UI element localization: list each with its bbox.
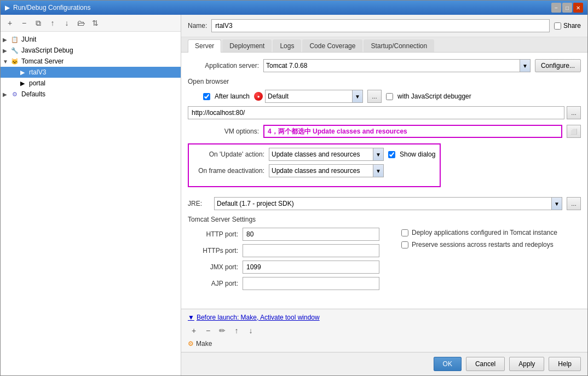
on-update-dropdown-arrow[interactable]: ▼ (373, 148, 384, 161)
tab-server[interactable]: Server (188, 39, 221, 53)
name-label: Name: (188, 22, 207, 30)
on-frame-input[interactable] (269, 164, 373, 177)
configure-button[interactable]: Configure... (535, 59, 581, 72)
http-port-row: HTTP port: (188, 228, 379, 241)
launch-add-button[interactable]: + (188, 325, 200, 337)
tree-item-portal[interactable]: ▶ portal (1, 78, 181, 89)
before-launch-label: Before launch: Make, Activate tool windo… (197, 314, 320, 321)
remove-configuration-button[interactable]: − (18, 17, 30, 29)
tree-label-portal: portal (29, 79, 45, 87)
app-server-label: Application server: (188, 62, 259, 70)
tomcat-server-settings: Tomcat Server Settings HTTP port: HTTPs … (188, 216, 581, 293)
window-title: Run/Debug Configurations (13, 4, 90, 11)
on-frame-dropdown-arrow[interactable]: ▼ (373, 164, 384, 177)
tree-item-tomcat[interactable]: ▼ 🐱 Tomcat Server (1, 56, 181, 67)
title-bar: ▶ Run/Debug Configurations − □ ✕ (1, 1, 587, 15)
tree-toggle-tomcat: ▼ (3, 59, 10, 65)
jre-input[interactable] (214, 197, 551, 210)
on-update-row: On 'Update' action: ▼ Show dialog (193, 148, 435, 161)
tree-item-junit[interactable]: ▶ 📋 JUnit (1, 34, 181, 45)
deploy-checkbox[interactable] (401, 229, 408, 236)
move-up-button[interactable]: ↑ (47, 17, 59, 29)
before-launch-toggle: ▼ (188, 314, 194, 321)
browser-input[interactable] (265, 90, 352, 103)
sort-button[interactable]: ⇅ (89, 17, 101, 29)
right-panel: Name: Share Server Deployment Logs Code … (181, 15, 587, 375)
launch-make-item: ⚙ Make (188, 340, 581, 348)
move-down-button[interactable]: ↓ (61, 17, 73, 29)
browser-browse-button[interactable]: … (367, 90, 382, 103)
left-panel: + − ⧉ ↑ ↓ 🗁 ⇅ ▶ 📋 JUnit ▶ 🔧 Ja (1, 15, 181, 375)
close-button[interactable]: ✕ (573, 3, 583, 13)
tree-label-rtalv3: rtalV3 (29, 68, 46, 76)
ok-button[interactable]: OK (434, 357, 462, 371)
cancel-button[interactable]: Cancel (466, 357, 505, 371)
tab-code-coverage[interactable]: Code Coverage (302, 39, 362, 52)
ajp-port-label: AJP port: (188, 280, 243, 287)
vm-options-input[interactable] (263, 125, 562, 138)
jre-row: JRE: ▼ … (188, 197, 581, 210)
launch-down-button[interactable]: ↓ (245, 325, 257, 337)
browser-dropdown-arrow[interactable]: ▼ (352, 90, 363, 103)
tree-toggle-junit: ▶ (3, 37, 10, 43)
http-port-input[interactable] (243, 228, 379, 241)
portal-icon: ▶ (18, 79, 27, 88)
tomcat-icon: 🐱 (10, 57, 19, 66)
launch-remove-button[interactable]: − (202, 325, 214, 337)
http-port-label: HTTP port: (188, 230, 243, 238)
add-configuration-button[interactable]: + (4, 17, 16, 29)
on-frame-row: On frame deactivation: ▼ (193, 164, 435, 177)
folder-button[interactable]: 🗁 (75, 17, 87, 29)
show-dialog-checkbox[interactable] (388, 151, 395, 158)
jre-dropdown-arrow[interactable]: ▼ (551, 197, 562, 210)
app-server-input[interactable] (263, 59, 520, 72)
main-content: + − ⧉ ↑ ↓ 🗁 ⇅ ▶ 📋 JUnit ▶ 🔧 Ja (1, 15, 587, 375)
launch-edit-button[interactable]: ✏ (216, 325, 228, 337)
tree-label-jsdebug: JavaScript Debug (21, 47, 73, 54)
app-server-dropdown-arrow[interactable]: ▼ (520, 59, 531, 72)
preserve-checkbox[interactable] (401, 241, 408, 248)
tree-item-rtalv3[interactable]: ▶ rtalV3 (1, 67, 181, 78)
tree-label-defaults: Defaults (21, 90, 45, 98)
minimize-button[interactable]: − (551, 3, 561, 13)
help-button[interactable]: Help (549, 357, 581, 371)
js-debugger-checkbox[interactable] (386, 93, 393, 100)
ajp-port-row: AJP port: (188, 277, 379, 290)
jmx-port-input[interactable] (243, 261, 379, 274)
ajp-port-input[interactable] (243, 277, 379, 290)
after-launch-checkbox[interactable] (203, 93, 210, 100)
vm-options-browse-button[interactable]: ⬜ (567, 125, 581, 138)
share-label: Share (563, 22, 581, 30)
https-port-input[interactable] (243, 244, 379, 257)
launch-up-button[interactable]: ↑ (230, 325, 243, 337)
jre-browse-button[interactable]: … (567, 197, 581, 210)
tab-logs[interactable]: Logs (273, 39, 301, 52)
tree-item-defaults[interactable]: ▶ ⚙ Defaults (1, 89, 181, 100)
tree-label-tomcat: Tomcat Server (21, 57, 64, 65)
share-checkbox[interactable] (554, 22, 561, 30)
tabs-bar: Server Deployment Logs Code Coverage Sta… (181, 37, 587, 53)
vm-options-label: VM options: (188, 128, 259, 135)
before-launch-header[interactable]: ▼ Before launch: Make, Activate tool win… (188, 314, 581, 321)
tab-startup-connection[interactable]: Startup/Connection (364, 39, 434, 52)
name-input[interactable] (211, 19, 550, 32)
configuration-tree: ▶ 📋 JUnit ▶ 🔧 JavaScript Debug ▼ 🐱 Tomca… (1, 32, 181, 375)
deploy-checkbox-row: Deploy applications configured in Tomcat… (401, 229, 581, 236)
url-input[interactable] (188, 106, 564, 119)
after-launch-label: After launch (215, 92, 250, 100)
left-toolbar: + − ⧉ ↑ ↓ 🗁 ⇅ (1, 15, 181, 32)
url-browse-button[interactable]: … (567, 106, 581, 119)
make-icon: ⚙ (188, 340, 194, 348)
browser-icon: ● (254, 92, 263, 101)
tree-toggle-jsdebug: ▶ (3, 48, 10, 54)
tab-content-server: Application server: ▼ Configure... Open … (181, 53, 587, 309)
copy-configuration-button[interactable]: ⧉ (32, 17, 44, 29)
tree-item-jsdebug[interactable]: ▶ 🔧 JavaScript Debug (1, 45, 181, 56)
tab-deployment[interactable]: Deployment (222, 39, 272, 52)
tree-toggle-defaults: ▶ (3, 91, 10, 97)
apply-button[interactable]: Apply (509, 357, 544, 371)
before-launch-section: ▼ Before launch: Make, Activate tool win… (181, 309, 587, 352)
maximize-button[interactable]: □ (562, 3, 572, 13)
name-row: Name: Share (181, 15, 587, 37)
on-update-input[interactable] (269, 148, 373, 161)
